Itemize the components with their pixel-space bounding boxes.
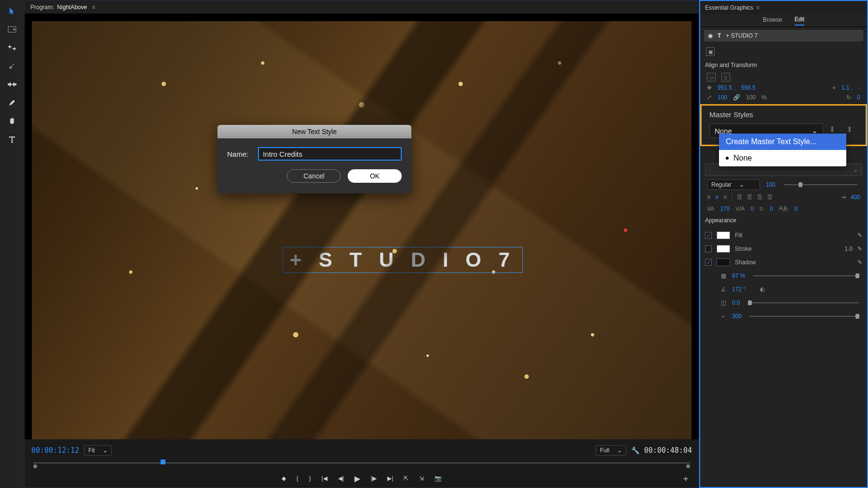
play-icon[interactable]: ▶ (354, 474, 360, 483)
align-mid-icon[interactable]: ☰ (747, 194, 752, 201)
program-viewport[interactable]: + S T U D I O 7 New Text Style Name: Can… (25, 14, 699, 439)
scale-icon: ⤢ (707, 94, 712, 101)
out-point-icon[interactable]: } (309, 475, 311, 482)
stroke-checkbox[interactable] (705, 245, 712, 252)
rotation-icon: ↻ (846, 94, 851, 101)
font-size[interactable]: 100 (766, 181, 775, 188)
tsume-val[interactable]: 0 (794, 205, 798, 212)
align-vc-icon[interactable]: ▯ (721, 73, 730, 81)
indent-value[interactable]: 400 (851, 194, 860, 201)
current-timecode[interactable]: 00:00:12:12 (31, 446, 79, 455)
ripple-edit-icon[interactable] (7, 42, 17, 53)
align-hc-icon[interactable]: ▭ (707, 73, 716, 81)
anchor-icon: ⌖ (832, 84, 836, 91)
shadow-swatch[interactable] (717, 258, 730, 266)
fill-swatch[interactable] (717, 231, 730, 239)
angle-dial-icon[interactable]: ◐ (760, 286, 765, 293)
align-bot-icon[interactable]: ☰ (757, 194, 762, 201)
angle-icon: ∠ (719, 286, 727, 293)
align-transform-label: Align and Transform (700, 59, 867, 71)
hand-tool-icon[interactable] (7, 116, 17, 126)
cancel-button[interactable]: Cancel (287, 169, 341, 183)
font-size-slider[interactable] (784, 184, 857, 185)
step-fwd-icon[interactable]: |▶ (371, 475, 377, 482)
ok-button[interactable]: OK (348, 169, 402, 183)
resolution-select[interactable]: Full⌄ (596, 445, 626, 456)
eg-tabs: Browse Edit (700, 14, 867, 27)
baseline-icon: t↕ (760, 205, 764, 212)
go-to-in-icon[interactable]: |◀ (322, 475, 327, 482)
dialog-title: New Text Style (217, 125, 411, 138)
playhead-icon[interactable] (161, 460, 165, 464)
blur-slider[interactable] (749, 316, 859, 317)
rotation-value[interactable]: 0 (857, 94, 860, 101)
fill-label: Fill (735, 232, 742, 239)
font-weight-select[interactable]: Regular⌄ (707, 179, 760, 190)
align-top-icon[interactable]: ☰ (737, 194, 742, 201)
add-button-icon[interactable]: ＋ (681, 473, 690, 484)
tab-edit[interactable]: Edit (795, 16, 805, 26)
shadow-opacity[interactable]: 87 % (732, 272, 745, 279)
position-x[interactable]: 951.5 , (718, 84, 735, 91)
essential-graphics-panel: Essential Graphics ≡ Browse Edit ◉ T + S… (699, 0, 868, 488)
eyedropper-icon[interactable]: ✎ (857, 232, 862, 239)
anchor-x[interactable]: 1.1 , (841, 84, 853, 91)
marker-icon[interactable]: ◆ (282, 475, 286, 482)
layer-item[interactable]: ◉ T + STUDIO 7 (704, 30, 863, 41)
step-back-icon[interactable]: ◀| (338, 475, 344, 482)
selection-tool-icon[interactable] (7, 6, 17, 16)
visibility-icon[interactable]: ◉ (708, 32, 713, 39)
export-frame-icon[interactable]: 📷 (434, 475, 442, 482)
in-point-icon[interactable]: { (297, 475, 298, 482)
panel-menu-icon[interactable]: ≡ (756, 4, 760, 11)
eg-title: Essential Graphics (705, 4, 753, 11)
menu-create-master-style[interactable]: Create Master Text Style... (719, 134, 846, 150)
eyedropper-icon[interactable]: ✎ (857, 245, 862, 252)
pen-tool-icon[interactable] (7, 97, 17, 108)
style-name-input[interactable] (258, 147, 402, 161)
go-to-out-icon[interactable]: ▶| (387, 475, 393, 482)
slip-tool-icon[interactable] (7, 79, 17, 90)
opacity-slider[interactable] (753, 275, 859, 276)
stroke-value[interactable]: 1.0 (844, 245, 853, 252)
layer-name: + STUDIO 7 (726, 32, 758, 39)
position-y[interactable]: 558.5 (741, 84, 756, 91)
zoom-select[interactable]: Fit⌄ (84, 445, 111, 456)
extract-icon[interactable]: ⇲ (419, 475, 424, 482)
shadow-label: Shadow (735, 259, 756, 266)
kerning-val[interactable]: 0 (751, 205, 754, 212)
stroke-swatch[interactable] (717, 245, 730, 253)
menu-none[interactable]: None (719, 150, 846, 166)
anchor-y[interactable]: - (858, 84, 860, 91)
type-tool-icon[interactable] (7, 134, 17, 145)
razor-tool-icon[interactable] (7, 61, 17, 71)
panel-menu-icon[interactable]: ≡ (92, 4, 95, 11)
track-select-icon[interactable] (7, 24, 17, 35)
baseline-val[interactable]: 0 (770, 205, 773, 212)
lift-icon[interactable]: ⇱ (404, 475, 408, 482)
tracking-val[interactable]: 170 (720, 205, 730, 212)
shadow-blur[interactable]: 300 (732, 313, 742, 320)
align-center-icon[interactable]: ≡ (715, 194, 719, 201)
shadow-angle[interactable]: 172 ° (732, 286, 746, 293)
name-label: Name: (227, 150, 248, 158)
text-layer-overlay[interactable]: + S T U D I O 7 (283, 247, 523, 273)
fill-checkbox[interactable]: ✓ (705, 232, 712, 239)
shadow-distance[interactable]: 0.0 (732, 299, 740, 306)
indent-icon[interactable]: ⇥ (841, 194, 846, 201)
shadow-checkbox[interactable]: ✓ (705, 259, 712, 266)
program-title: NightAbove (57, 4, 87, 11)
distance-slider[interactable] (748, 302, 859, 303)
link-scale-icon[interactable]: 🔗 (733, 94, 740, 101)
tab-browse[interactable]: Browse (763, 16, 782, 25)
scrub-bar[interactable] (31, 459, 692, 468)
program-header: Program: NightAbove ≡ (25, 0, 699, 14)
eyedropper-icon[interactable]: ✎ (857, 259, 862, 266)
align-right-icon[interactable]: ≡ (723, 194, 727, 201)
scale-value[interactable]: 100 (718, 94, 727, 101)
push-up-icon[interactable]: ⬆ (846, 125, 858, 136)
align-left-icon[interactable]: ≡ (707, 194, 710, 201)
settings-icon[interactable]: 🔧 (631, 447, 639, 454)
align-justify-icon[interactable]: ☰ (767, 194, 773, 201)
responsive-pin-icon[interactable]: ▣ (706, 47, 715, 56)
